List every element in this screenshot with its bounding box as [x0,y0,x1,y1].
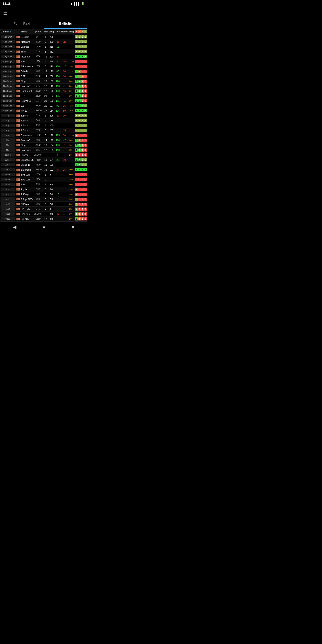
frag-cell [68,118,75,123]
pen-cell: 3 [43,44,48,49]
num-col-1: 6 [75,163,78,166]
tab-for-in-raid[interactable]: For In Raid [0,19,44,28]
caliber-cell: 9x18 [0,192,15,197]
num-col-1: 3 [75,202,78,206]
header-frag[interactable]: Frag [68,29,75,34]
acc-cell: 170 [54,64,61,69]
pen-cell: 5 [43,187,48,192]
num-col-3: 1 [81,75,84,78]
num-col-4: 0 [84,75,87,78]
price-cell: 20,000₽ [33,152,43,158]
header-dmg[interactable]: Dmg [48,29,54,34]
num-col-2: 0 [78,188,81,191]
name-cell: Poleva-6u [15,148,33,152]
name-cell: Pst gzh [15,216,33,222]
num-col-1: 0 [75,60,78,63]
pen-cell: 15 [43,79,48,84]
frag-cell [68,123,75,128]
frag-cell: 100% [68,59,75,64]
header-price[interactable]: price [33,29,43,34]
bullet-icon [16,56,20,58]
header-recoil[interactable]: Recoil [61,29,68,34]
table-row: 9x18SP8 gzh200₽16760%000000 [0,172,87,177]
num-col-4: 0 [84,212,87,216]
num-col-4: 3 [84,40,87,44]
table-row: 20g7.5mm25₽3200333333 [0,123,87,128]
nums-cell: 333333 [75,39,87,44]
pen-cell: 17 [43,84,48,88]
frag-cell: 38% [68,74,75,79]
num-col-1: 3 [75,45,78,48]
frag-cell: 35% [68,192,75,197]
nums-cell: 610000 [75,216,87,222]
header-pen[interactable]: Pen [43,29,48,34]
table-row: 12g ShotFlechette388₽31200-10666555 [0,54,87,59]
acc-cell: 0 [54,152,61,158]
bullet-icon [16,75,20,77]
num-col-3: 0 [81,70,84,73]
header-acc[interactable]: Acc [54,29,61,34]
dmg-cell: 265 [48,59,54,64]
caliber-cell: 9x18 [0,212,15,216]
frag-cell: 100% [68,133,75,138]
home-button[interactable]: ● [42,224,45,230]
bullet-icon [16,218,20,220]
dmg-cell: 206 [48,74,54,79]
frag-cell: 15% [68,148,75,152]
pen-cell: 5 [43,64,48,69]
header-caliber[interactable]: Caliber ▲ [0,29,15,34]
pen-cell: 1 [43,172,48,177]
caliber-cell: 9x18 [0,187,15,192]
bullet-icon [16,139,20,141]
pen-cell: 20 [43,98,48,103]
num-col-4: 3 [84,119,87,122]
nums-cell: 333333 [75,118,87,123]
header-name[interactable]: Name [15,29,33,34]
frag-cell: 20% [68,216,75,222]
num-col-4: 0 [84,134,87,137]
frag-cell: 20% [68,79,75,84]
tab-ballistic[interactable]: Ballistic [44,19,87,28]
pen-cell: 6 [43,197,48,202]
caliber-cell: 12g Slugs [0,74,15,79]
caliber-cell: 12g Shot [0,49,15,54]
num-col-1: 6 [75,55,78,58]
bullet-icon [16,198,20,200]
num-col-2: 0 [78,173,81,176]
num-col-1: 2 [75,188,78,191]
square-button[interactable]: ■ [71,224,74,230]
num-col-2: 5 [78,90,81,92]
bullet-icon [16,100,20,102]
num-col-4: 0 [84,198,87,201]
frag-cell: 20% [68,167,75,172]
num-col-1: 6 [75,70,78,73]
frag-cell: 2% [68,177,75,182]
recoil-cell [61,182,68,187]
num-col-3: 5 [81,104,84,107]
num-col-1: 3 [75,40,78,44]
table-row: 12g SlugsPoleva-354₽17140110-1520%651000 [0,84,87,88]
num-col-4: 3 [84,50,87,53]
nums-cell: 662000 [75,94,87,98]
menu-icon[interactable]: ☰ [3,10,8,16]
nums-cell: 100000 [75,133,87,138]
price-cell: 50₽ [33,192,43,197]
price-cell: 39₽ [33,202,43,206]
num-col-2: 3 [78,124,81,127]
acc-cell: -5 [54,167,61,172]
nums-cell: 666644 [75,167,87,172]
num-col-3: 6 [81,109,84,112]
pen-cell: 14 [43,138,48,143]
num-col-2: 0 [78,178,81,181]
num-col-2: 5 [78,144,81,147]
nums-cell: 643333 [75,158,87,162]
num-col-2: 0 [78,193,81,196]
back-button[interactable]: ◀ [13,224,16,230]
table-row: 9x18SP7 gzh240₽2772%000000 [0,177,87,182]
caliber-cell: 12g Slugs [0,69,15,74]
num-col-4: 3 [84,129,87,132]
pen-cell: 8 [43,212,48,216]
num-col-1: 6 [75,99,78,102]
nums-cell: 333333 [75,49,87,54]
recoil-cell: -15 [61,84,68,88]
